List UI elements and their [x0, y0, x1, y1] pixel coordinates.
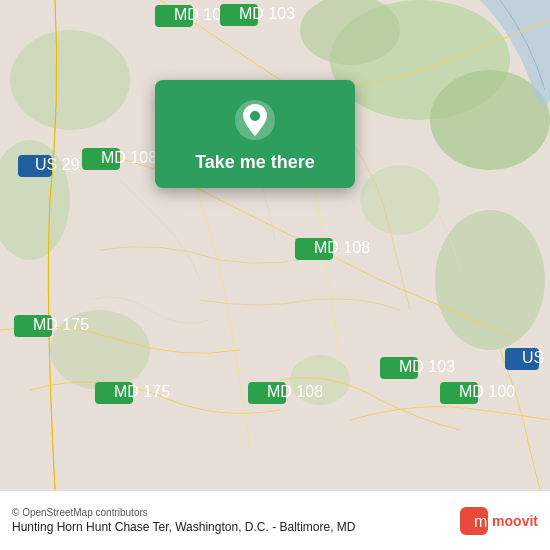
copyright-text: © OpenStreetMap contributors — [12, 507, 355, 518]
svg-text:MD 175: MD 175 — [114, 383, 170, 400]
card-overlay: Take me there — [155, 80, 355, 188]
map-svg: US 29 MD 103 MD 108 MD 108 MD 175 MD 175… — [0, 0, 550, 490]
svg-text:US 1: US 1 — [522, 349, 550, 366]
svg-point-6 — [435, 210, 545, 350]
svg-text:MD 103: MD 103 — [239, 5, 295, 22]
svg-text:m: m — [474, 513, 487, 530]
location-text: Hunting Horn Hunt Chase Ter, Washington,… — [12, 520, 355, 534]
bottom-left-info: © OpenStreetMap contributors Hunting Hor… — [12, 507, 355, 534]
svg-text:MD 175: MD 175 — [33, 316, 89, 333]
svg-point-33 — [250, 111, 260, 121]
svg-text:MD 108: MD 108 — [101, 149, 157, 166]
svg-text:US 29: US 29 — [35, 156, 80, 173]
svg-text:MD 108: MD 108 — [314, 239, 370, 256]
take-me-there-button[interactable]: Take me there — [195, 152, 315, 174]
svg-text:MD 108: MD 108 — [267, 383, 323, 400]
moovit-icon: m — [460, 507, 488, 535]
svg-text:MD 103: MD 103 — [399, 358, 455, 375]
svg-text:MD 100: MD 100 — [459, 383, 515, 400]
bottom-bar: © OpenStreetMap contributors Hunting Hor… — [0, 490, 550, 550]
map-container: US 29 MD 103 MD 108 MD 108 MD 175 MD 175… — [0, 0, 550, 490]
location-pin-icon — [233, 98, 277, 142]
svg-point-4 — [10, 30, 130, 130]
moovit-logo: m moovit — [460, 507, 538, 535]
moovit-label: moovit — [492, 513, 538, 529]
